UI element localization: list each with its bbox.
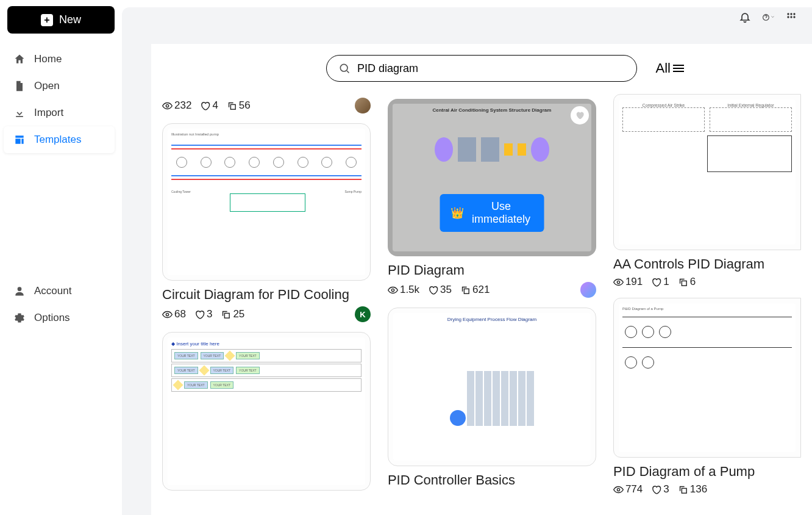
likes-stat: 3: [194, 308, 212, 320]
templates-icon: [13, 134, 26, 146]
home-icon: [13, 53, 26, 65]
template-card-controller[interactable]: Drying Equipment Process Flow Diagram PI…: [388, 308, 596, 488]
views-stat: 774: [613, 483, 643, 495]
copies-stat: 56: [227, 99, 251, 112]
grid-col-1: 232 4 56 Illustration not Installed pump: [162, 94, 371, 495]
card-title: Circuit Diagram for PID Cooling: [162, 287, 371, 303]
sidebar-item-import[interactable]: Import: [7, 99, 115, 126]
svg-point-6: [787, 16, 789, 18]
svg-point-16: [617, 281, 619, 283]
card-thumb: ◆ Insert your title here YOUR TEXTYOUR T…: [162, 332, 371, 491]
svg-point-8: [793, 16, 795, 18]
sidebar-item-home[interactable]: Home: [7, 46, 115, 73]
apps-icon[interactable]: [785, 11, 797, 23]
views-stat: 232: [162, 99, 191, 112]
svg-point-0: [18, 287, 22, 291]
svg-rect-19: [682, 488, 686, 493]
card-title: AA Controls PID Diagram: [613, 256, 801, 272]
template-card-aa-controls[interactable]: Compressed Air Strike Initial External R…: [613, 94, 801, 288]
main-area: All 232 4 56: [122, 7, 812, 515]
favorite-icon[interactable]: [571, 106, 589, 124]
svg-point-9: [340, 64, 347, 71]
template-grid: 232 4 56 Illustration not Installed pump: [151, 94, 812, 495]
svg-rect-17: [682, 281, 686, 286]
topbar: [739, 11, 797, 23]
search-input[interactable]: [326, 55, 637, 82]
card-thumb: Central Air Conditioning System Structur…: [388, 99, 596, 256]
copies-stat: 6: [678, 276, 696, 288]
sidebar-item-templates[interactable]: Templates: [4, 126, 115, 153]
sidebar-item-label: Open: [34, 80, 60, 92]
card-thumb: Drying Equipment Process Flow Diagram: [388, 308, 596, 466]
file-icon: [13, 80, 26, 92]
search-wrap: [326, 55, 637, 82]
sidebar-item-open[interactable]: Open: [7, 73, 115, 99]
card-thumb: Illustration not Installed pump Cooling …: [162, 123, 371, 281]
copies-stat: 25: [221, 308, 244, 320]
svg-point-14: [391, 289, 394, 291]
svg-point-5: [793, 13, 795, 15]
copies-stat: 621: [460, 284, 490, 296]
sidebar-item-label: Options: [34, 312, 70, 324]
card-title: PID Diagram: [388, 262, 596, 278]
grid-col-3: Compressed Air Strike Initial External R…: [613, 94, 801, 495]
filter-label: All: [656, 60, 671, 76]
svg-rect-13: [225, 313, 230, 318]
card-stats: 232 4 56: [162, 98, 371, 113]
card-stats: 68 3 25 K: [162, 306, 371, 322]
views-stat: 191: [613, 276, 643, 288]
gear-icon: [13, 312, 26, 324]
use-immediately-button[interactable]: 👑 Use immediately: [440, 194, 544, 232]
help-icon[interactable]: [762, 11, 774, 23]
likes-stat: 4: [200, 99, 218, 112]
likes-stat: 3: [651, 483, 669, 495]
grid-col-2: Central Air Conditioning System Structur…: [388, 94, 596, 495]
content-header: All: [151, 49, 812, 94]
sidebar-item-label: Import: [34, 107, 63, 119]
sidebar-item-label: Home: [34, 53, 62, 65]
template-card-circuit[interactable]: Illustration not Installed pump Cooling …: [162, 123, 371, 322]
svg-rect-11: [230, 104, 235, 109]
card-stats: 774 3 136: [613, 483, 801, 495]
views-stat: 1.5k: [388, 284, 419, 296]
card-title: PID Controller Basics: [388, 472, 596, 488]
template-card-flowchart[interactable]: ◆ Insert your title here YOUR TEXTYOUR T…: [162, 332, 371, 491]
card-thumb: Compressed Air Strike Initial External R…: [613, 94, 801, 250]
sidebar-item-options[interactable]: Options: [7, 304, 115, 331]
svg-point-18: [617, 488, 619, 491]
bell-icon[interactable]: [739, 11, 751, 23]
svg-point-4: [790, 13, 792, 15]
sidebar-item-account[interactable]: Account: [7, 278, 115, 304]
nav-bottom: Account Options: [7, 278, 115, 510]
card-stats: 1.5k 35 621: [388, 282, 596, 298]
template-card-partial: 232 4 56: [162, 94, 371, 113]
filter-all-button[interactable]: All: [656, 60, 684, 76]
content: All 232 4 56: [151, 44, 812, 515]
new-button-label: New: [59, 13, 81, 26]
sidebar-item-label: Templates: [34, 134, 81, 146]
views-stat: 68: [162, 308, 186, 320]
search-icon: [338, 62, 351, 74]
template-card-pid-diagram[interactable]: Central Air Conditioning System Structur…: [388, 99, 596, 298]
avatar[interactable]: K: [355, 306, 371, 322]
svg-point-10: [166, 104, 168, 107]
avatar[interactable]: [580, 282, 596, 298]
svg-point-12: [166, 313, 168, 315]
card-thumb: P&ID Diagram of a Pump: [613, 298, 801, 458]
plus-icon: +: [41, 14, 53, 26]
nav-list: Home Open Import Templates: [7, 46, 115, 278]
card-stats: 191 1 6: [613, 276, 801, 288]
sidebar-item-label: Account: [34, 285, 71, 297]
copies-stat: 136: [678, 483, 707, 495]
card-title: PID Diagram of a Pump: [613, 464, 801, 480]
svg-point-7: [790, 16, 792, 18]
svg-rect-15: [464, 289, 469, 294]
sidebar: + New Home Open Import: [0, 0, 122, 515]
avatar[interactable]: [355, 98, 371, 113]
new-button[interactable]: + New: [7, 6, 115, 34]
account-icon: [13, 285, 26, 297]
hamburger-icon: [673, 65, 684, 72]
svg-point-3: [787, 13, 789, 15]
likes-stat: 1: [651, 276, 669, 288]
template-card-pump[interactable]: P&ID Diagram of a Pump PID Diagram of a …: [613, 298, 801, 495]
